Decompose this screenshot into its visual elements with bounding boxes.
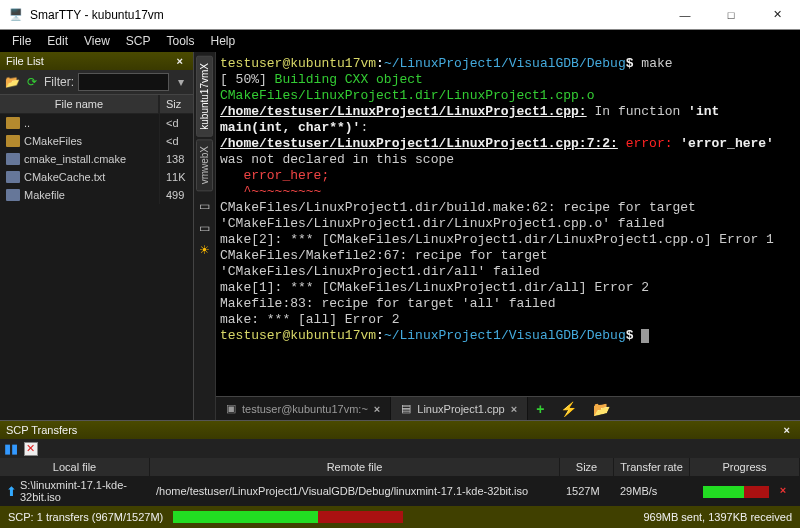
progress-bar bbox=[703, 486, 769, 498]
tab-file[interactable]: ▤ LinuxProject1.cpp × bbox=[391, 397, 528, 420]
term-line: CMakeFiles/LinuxProject1.dir/build.make:… bbox=[220, 200, 704, 231]
term-line: In function bbox=[587, 104, 688, 119]
session-tab[interactable]: vmwebX bbox=[196, 139, 213, 191]
menu-edit[interactable]: Edit bbox=[39, 32, 76, 50]
list-item[interactable]: ..<d bbox=[0, 114, 193, 132]
close-icon[interactable]: × bbox=[374, 403, 380, 415]
upload-icon: ⬆ bbox=[6, 484, 17, 499]
app-icon: 🖥️ bbox=[8, 7, 24, 23]
col-header-name[interactable]: File name bbox=[0, 95, 159, 113]
pause-icon[interactable]: ▮▮ bbox=[4, 441, 18, 456]
prompt-host: kubuntu17vm bbox=[290, 328, 376, 343]
list-item[interactable]: CMakeFiles<d bbox=[0, 132, 193, 150]
file-list-header: File name Siz bbox=[0, 95, 193, 114]
term-line: Building CXX object CMakeFiles/LinuxProj… bbox=[220, 72, 594, 103]
col-header-size[interactable]: Siz bbox=[159, 95, 193, 113]
action-icon[interactable]: ⚡ bbox=[552, 401, 585, 417]
terminal-icon[interactable]: ▭ bbox=[199, 199, 210, 213]
terminal-pane: testuser@kubuntu17vm:~/LinuxProject1/Vis… bbox=[216, 52, 800, 420]
term-line: : bbox=[360, 120, 368, 135]
cancel-all-icon[interactable] bbox=[24, 442, 38, 456]
term-line: /home/testuser/LinuxProject1/LinuxProjec… bbox=[220, 136, 618, 151]
panel-close-icon[interactable]: × bbox=[780, 424, 794, 436]
scp-title: SCP Transfers × bbox=[0, 421, 800, 439]
local-file: S:\linuxmint-17.1-kde-32bit.iso bbox=[20, 479, 143, 503]
folder-icon bbox=[6, 117, 20, 129]
term-line: make[1]: *** [CMakeFiles/LinuxProject1.d… bbox=[220, 280, 649, 295]
prompt-cwd: ~/LinuxProject1/VisualGDB/Debug bbox=[384, 56, 626, 71]
transfer-rate: 29MB/s bbox=[614, 482, 690, 500]
menu-tools[interactable]: Tools bbox=[159, 32, 203, 50]
tab-session[interactable]: ▣ testuser@kubuntu17vm:~ × bbox=[216, 397, 391, 420]
term-line: ^~~~~~~~~~ bbox=[220, 184, 321, 199]
term-line: [ 50%] bbox=[220, 72, 275, 87]
terminal-icon[interactable]: ▭ bbox=[199, 221, 210, 235]
col-local[interactable]: Local file bbox=[0, 458, 150, 476]
new-tab-button[interactable]: + bbox=[528, 401, 552, 417]
file-name: Makefile bbox=[24, 189, 65, 201]
file-icon bbox=[6, 171, 20, 183]
status-left: SCP: 1 transfers (967M/1527M) bbox=[8, 511, 163, 523]
prompt-user: testuser bbox=[220, 56, 282, 71]
status-bar: SCP: 1 transfers (967M/1527M) 969MB sent… bbox=[0, 506, 800, 528]
prompt-host: kubuntu17vm bbox=[290, 56, 376, 71]
open-icon[interactable]: 📂 bbox=[585, 401, 618, 417]
file-list-body: ..<d CMakeFiles<d cmake_install.cmake138… bbox=[0, 114, 193, 420]
menu-view[interactable]: View bbox=[76, 32, 118, 50]
filter-label: Filter: bbox=[44, 75, 74, 89]
list-item[interactable]: CMakeCache.txt11K bbox=[0, 168, 193, 186]
col-size[interactable]: Size bbox=[560, 458, 614, 476]
close-button[interactable]: ✕ bbox=[754, 0, 800, 30]
file-size: 499 bbox=[159, 186, 193, 204]
terminal-output[interactable]: testuser@kubuntu17vm:~/LinuxProject1/Vis… bbox=[216, 52, 800, 396]
file-list-toolbar: 📂 ⟳ Filter: ▾ bbox=[0, 70, 193, 95]
file-icon bbox=[6, 153, 20, 165]
status-right: 969MB sent, 1397KB received bbox=[643, 511, 792, 523]
menu-file[interactable]: File bbox=[4, 32, 39, 50]
file-list-panel: File List × 📂 ⟳ Filter: ▾ File name Siz … bbox=[0, 52, 194, 420]
file-list-close-icon[interactable]: × bbox=[173, 55, 187, 67]
list-item[interactable]: cmake_install.cmake138 bbox=[0, 150, 193, 168]
col-prog[interactable]: Progress bbox=[690, 458, 800, 476]
file-icon: ▤ bbox=[401, 402, 411, 415]
term-line: Makefile:83: recipe for target 'all' fai… bbox=[220, 296, 555, 311]
file-name: .. bbox=[24, 117, 30, 129]
main-area: File List × 📂 ⟳ Filter: ▾ File name Siz … bbox=[0, 52, 800, 420]
list-item[interactable]: Makefile499 bbox=[0, 186, 193, 204]
term-line: make: *** [all] Error 2 bbox=[220, 312, 399, 327]
terminal-tabs: ▣ testuser@kubuntu17vm:~ × ▤ LinuxProjec… bbox=[216, 396, 800, 420]
window-titlebar: 🖥️ SmarTTY - kubuntu17vm — □ ✕ bbox=[0, 0, 800, 30]
prompt-cmd: make bbox=[641, 56, 672, 71]
filter-input[interactable] bbox=[78, 73, 169, 91]
open-folder-icon[interactable]: 📂 bbox=[4, 74, 20, 90]
menu-bar: File Edit View SCP Tools Help bbox=[0, 30, 800, 52]
file-list-title: File List × bbox=[0, 52, 193, 70]
file-name: cmake_install.cmake bbox=[24, 153, 126, 165]
filter-clear-icon[interactable]: ▾ bbox=[173, 74, 189, 90]
file-list-title-text: File List bbox=[6, 55, 44, 67]
file-name: CMakeCache.txt bbox=[24, 171, 105, 183]
menu-help[interactable]: Help bbox=[203, 32, 244, 50]
minimize-button[interactable]: — bbox=[662, 0, 708, 30]
col-rate[interactable]: Transfer rate bbox=[614, 458, 690, 476]
close-icon[interactable]: × bbox=[511, 403, 517, 415]
folder-icon bbox=[6, 135, 20, 147]
scp-toolbar: ▮▮ bbox=[0, 439, 800, 458]
term-line: 'error_here' bbox=[680, 136, 774, 151]
transfer-row[interactable]: ⬆S:\linuxmint-17.1-kde-32bit.iso /home/t… bbox=[0, 476, 800, 506]
cancel-icon[interactable]: × bbox=[780, 484, 786, 496]
col-remote[interactable]: Remote file bbox=[150, 458, 560, 476]
remote-file: /home/testuser/LinuxProject1/VisualGDB/D… bbox=[150, 482, 560, 500]
term-line: error: bbox=[618, 136, 680, 151]
sun-icon[interactable]: ☀ bbox=[199, 243, 210, 257]
refresh-icon[interactable]: ⟳ bbox=[24, 74, 40, 90]
window-title: SmarTTY - kubuntu17vm bbox=[30, 8, 662, 22]
tab-label: LinuxProject1.cpp bbox=[417, 403, 504, 415]
session-tab[interactable]: kubuntu17vmX bbox=[196, 56, 213, 137]
status-progress-bar bbox=[173, 511, 403, 523]
menu-scp[interactable]: SCP bbox=[118, 32, 159, 50]
cursor bbox=[641, 329, 649, 343]
file-size: 11K bbox=[159, 168, 193, 186]
term-line: error_here; bbox=[220, 168, 329, 183]
maximize-button[interactable]: □ bbox=[708, 0, 754, 30]
